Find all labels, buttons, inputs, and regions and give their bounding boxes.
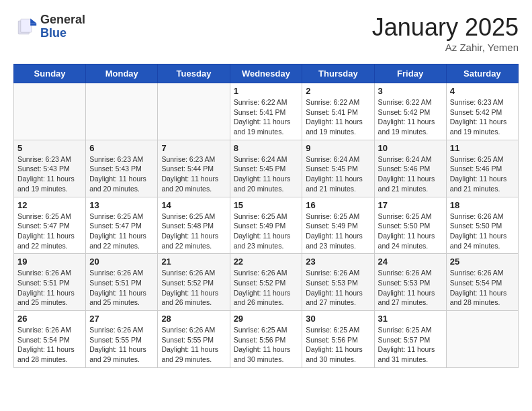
- calendar-cell: 3Sunrise: 6:22 AM Sunset: 5:42 PM Daylig…: [374, 83, 446, 140]
- weekday-header-row: SundayMondayTuesdayWednesdayThursdayFrid…: [14, 64, 519, 83]
- calendar-cell: 16Sunrise: 6:25 AM Sunset: 5:49 PM Dayli…: [302, 197, 374, 254]
- weekday-header: Tuesday: [158, 64, 230, 83]
- calendar-cell: 29Sunrise: 6:25 AM Sunset: 5:56 PM Dayli…: [230, 311, 302, 368]
- weekday-header: Sunday: [14, 64, 86, 83]
- day-number: 31: [378, 314, 443, 324]
- calendar-cell: 28Sunrise: 6:26 AM Sunset: 5:55 PM Dayli…: [158, 311, 230, 368]
- calendar-cell: 13Sunrise: 6:25 AM Sunset: 5:47 PM Dayli…: [86, 197, 158, 254]
- calendar-cell: 1Sunrise: 6:22 AM Sunset: 5:41 PM Daylig…: [230, 83, 302, 140]
- day-info: Sunrise: 6:25 AM Sunset: 5:47 PM Dayligh…: [89, 212, 154, 251]
- calendar-cell: [446, 311, 518, 368]
- day-number: 28: [161, 314, 226, 324]
- day-info: Sunrise: 6:22 AM Sunset: 5:42 PM Dayligh…: [378, 97, 443, 137]
- day-info: Sunrise: 6:23 AM Sunset: 5:42 PM Dayligh…: [450, 97, 515, 137]
- calendar-week-row: 1Sunrise: 6:22 AM Sunset: 5:41 PM Daylig…: [14, 83, 519, 140]
- day-info: Sunrise: 6:26 AM Sunset: 5:52 PM Dayligh…: [161, 268, 226, 308]
- day-number: 7: [161, 143, 226, 153]
- day-info: Sunrise: 6:23 AM Sunset: 5:43 PM Dayligh…: [17, 154, 82, 194]
- calendar-week-row: 12Sunrise: 6:25 AM Sunset: 5:47 PM Dayli…: [14, 197, 519, 254]
- day-info: Sunrise: 6:25 AM Sunset: 5:49 PM Dayligh…: [306, 212, 370, 251]
- calendar-cell: 27Sunrise: 6:26 AM Sunset: 5:55 PM Dayli…: [86, 311, 158, 368]
- day-number: 8: [234, 143, 299, 153]
- day-info: Sunrise: 6:23 AM Sunset: 5:43 PM Dayligh…: [89, 154, 154, 194]
- day-info: Sunrise: 6:24 AM Sunset: 5:46 PM Dayligh…: [378, 154, 443, 194]
- calendar-cell: [86, 83, 158, 140]
- calendar-cell: 6Sunrise: 6:23 AM Sunset: 5:43 PM Daylig…: [86, 140, 158, 197]
- day-number: 24: [378, 257, 443, 267]
- day-info: Sunrise: 6:24 AM Sunset: 5:45 PM Dayligh…: [306, 154, 370, 194]
- day-info: Sunrise: 6:25 AM Sunset: 5:47 PM Dayligh…: [17, 212, 82, 251]
- day-info: Sunrise: 6:26 AM Sunset: 5:50 PM Dayligh…: [450, 212, 515, 251]
- calendar-week-row: 19Sunrise: 6:26 AM Sunset: 5:51 PM Dayli…: [14, 254, 519, 311]
- calendar-cell: 26Sunrise: 6:26 AM Sunset: 5:54 PM Dayli…: [14, 311, 86, 368]
- calendar-cell: 23Sunrise: 6:26 AM Sunset: 5:53 PM Dayli…: [302, 254, 374, 311]
- logo-blue: Blue: [40, 27, 85, 40]
- day-info: Sunrise: 6:22 AM Sunset: 5:41 PM Dayligh…: [306, 97, 370, 137]
- day-number: 15: [234, 200, 299, 210]
- calendar-week-row: 26Sunrise: 6:26 AM Sunset: 5:54 PM Dayli…: [14, 311, 519, 368]
- day-number: 20: [89, 257, 154, 267]
- calendar-cell: 14Sunrise: 6:25 AM Sunset: 5:48 PM Dayli…: [158, 197, 230, 254]
- day-number: 3: [378, 86, 443, 96]
- calendar-cell: 19Sunrise: 6:26 AM Sunset: 5:51 PM Dayli…: [14, 254, 86, 311]
- svg-rect-4: [30, 23, 36, 26]
- day-number: 9: [306, 143, 370, 153]
- calendar-cell: 18Sunrise: 6:26 AM Sunset: 5:50 PM Dayli…: [446, 197, 518, 254]
- day-number: 26: [17, 314, 82, 324]
- calendar-cell: 2Sunrise: 6:22 AM Sunset: 5:41 PM Daylig…: [302, 83, 374, 140]
- calendar-cell: 15Sunrise: 6:25 AM Sunset: 5:49 PM Dayli…: [230, 197, 302, 254]
- calendar-cell: 5Sunrise: 6:23 AM Sunset: 5:43 PM Daylig…: [14, 140, 86, 197]
- day-info: Sunrise: 6:26 AM Sunset: 5:54 PM Dayligh…: [17, 325, 82, 365]
- day-number: 14: [161, 200, 226, 210]
- calendar-cell: 11Sunrise: 6:25 AM Sunset: 5:46 PM Dayli…: [446, 140, 518, 197]
- day-number: 23: [306, 257, 370, 267]
- title-block: January 2025 Az Zahir, Yemen: [372, 13, 519, 53]
- day-number: 25: [450, 257, 515, 267]
- day-number: 4: [450, 86, 515, 96]
- weekday-header: Wednesday: [230, 64, 302, 83]
- calendar-cell: 17Sunrise: 6:25 AM Sunset: 5:50 PM Dayli…: [374, 197, 446, 254]
- day-info: Sunrise: 6:25 AM Sunset: 5:56 PM Dayligh…: [234, 325, 299, 365]
- weekday-header: Monday: [86, 64, 158, 83]
- calendar-cell: 22Sunrise: 6:26 AM Sunset: 5:52 PM Dayli…: [230, 254, 302, 311]
- weekday-header: Saturday: [446, 64, 518, 83]
- day-info: Sunrise: 6:22 AM Sunset: 5:41 PM Dayligh…: [234, 97, 299, 137]
- calendar-week-row: 5Sunrise: 6:23 AM Sunset: 5:43 PM Daylig…: [14, 140, 519, 197]
- calendar-cell: 12Sunrise: 6:25 AM Sunset: 5:47 PM Dayli…: [14, 197, 86, 254]
- calendar-cell: 8Sunrise: 6:24 AM Sunset: 5:45 PM Daylig…: [230, 140, 302, 197]
- calendar-cell: 24Sunrise: 6:26 AM Sunset: 5:53 PM Dayli…: [374, 254, 446, 311]
- day-info: Sunrise: 6:26 AM Sunset: 5:54 PM Dayligh…: [450, 268, 515, 308]
- day-number: 22: [234, 257, 299, 267]
- day-info: Sunrise: 6:25 AM Sunset: 5:57 PM Dayligh…: [378, 325, 443, 365]
- logo-text: General Blue: [40, 13, 85, 40]
- page-header: General Blue January 2025 Az Zahir, Yeme…: [13, 13, 519, 53]
- day-number: 11: [450, 143, 515, 153]
- logo: General Blue: [13, 13, 85, 40]
- calendar-cell: 20Sunrise: 6:26 AM Sunset: 5:51 PM Dayli…: [86, 254, 158, 311]
- calendar-cell: [158, 83, 230, 140]
- day-info: Sunrise: 6:25 AM Sunset: 5:56 PM Dayligh…: [306, 325, 370, 365]
- day-number: 29: [234, 314, 299, 324]
- day-number: 10: [378, 143, 443, 153]
- logo-icon: [13, 15, 38, 39]
- day-info: Sunrise: 6:25 AM Sunset: 5:48 PM Dayligh…: [161, 212, 226, 251]
- day-info: Sunrise: 6:25 AM Sunset: 5:46 PM Dayligh…: [450, 154, 515, 194]
- month-title: January 2025: [372, 13, 519, 42]
- day-number: 5: [17, 143, 82, 153]
- calendar-cell: 10Sunrise: 6:24 AM Sunset: 5:46 PM Dayli…: [374, 140, 446, 197]
- day-number: 12: [17, 200, 82, 210]
- day-info: Sunrise: 6:26 AM Sunset: 5:53 PM Dayligh…: [306, 268, 370, 308]
- day-info: Sunrise: 6:26 AM Sunset: 5:55 PM Dayligh…: [89, 325, 154, 365]
- day-number: 27: [89, 314, 154, 324]
- day-info: Sunrise: 6:25 AM Sunset: 5:50 PM Dayligh…: [378, 212, 443, 251]
- day-info: Sunrise: 6:25 AM Sunset: 5:49 PM Dayligh…: [234, 212, 299, 251]
- weekday-header: Thursday: [302, 64, 374, 83]
- location: Az Zahir, Yemen: [372, 42, 519, 53]
- day-info: Sunrise: 6:26 AM Sunset: 5:53 PM Dayligh…: [378, 268, 443, 308]
- day-info: Sunrise: 6:24 AM Sunset: 5:45 PM Dayligh…: [234, 154, 299, 194]
- calendar-cell: [14, 83, 86, 140]
- day-info: Sunrise: 6:26 AM Sunset: 5:51 PM Dayligh…: [89, 268, 154, 308]
- svg-rect-2: [21, 19, 32, 32]
- day-number: 19: [17, 257, 82, 267]
- day-number: 6: [89, 143, 154, 153]
